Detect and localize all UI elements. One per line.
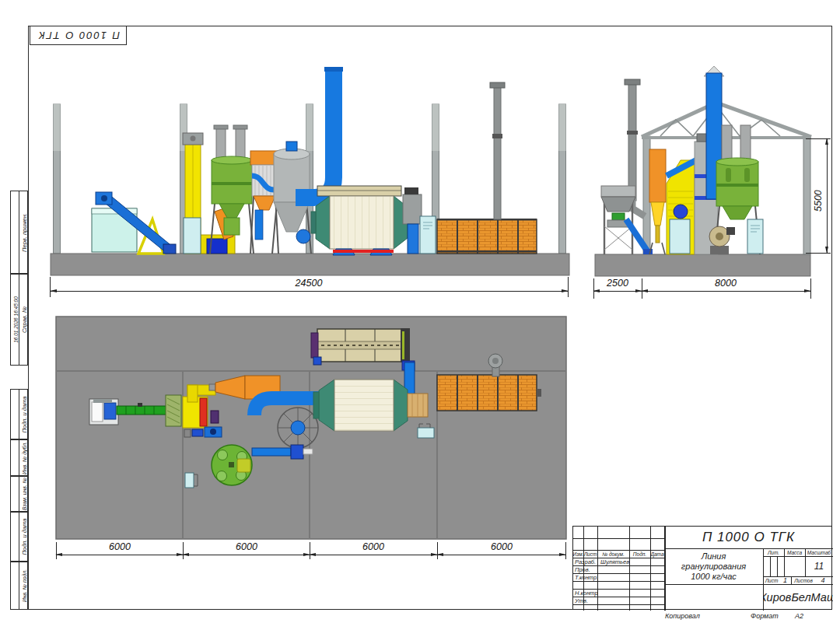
margin-label-timestamp: 16.01.2026 16:45:00 (12, 296, 18, 343)
tb-sheets-label: Листов (792, 576, 815, 584)
tb-row-utv: Утв. (573, 597, 597, 604)
tb-col-list: Лист (583, 550, 597, 558)
tb-doc-title-line1: Линия (702, 551, 726, 562)
margin-label-vzam-inv: Взам. инв. № (21, 478, 26, 510)
tb-row-prov: Пров. (573, 565, 597, 573)
tb-col-podp: Подп. (629, 550, 650, 558)
tb-scale-value: 11 (805, 556, 833, 576)
corner-stamp-designation: П 1000 О ТГК (37, 30, 120, 41)
title-block: Изм. Лист № докум. Подп. Дата Разраб. Шу… (572, 526, 832, 610)
margin-box-podp-data-top: Подп. и дата (10, 389, 28, 439)
tb-sheet-label: Лист (763, 576, 780, 584)
sheet-frame (28, 26, 832, 610)
tb-lit-label: Лит. (763, 548, 784, 556)
tb-row-razrab: Разраб. (573, 558, 597, 565)
margin-box-perv-primen: Перв. примен. (10, 191, 28, 274)
tb-row-nkontr: Н.контр. (573, 589, 597, 597)
tb-col-ndokum: № докум. (597, 550, 629, 558)
corner-stamp: П 1000 О ТГК (30, 26, 127, 45)
tb-doc-title-line3: 1000 кг/час (691, 572, 737, 582)
margin-label-perv-primen: Перв. примен. (20, 213, 27, 252)
tb-col-izm: Изм. (573, 550, 583, 558)
margin-box-vzam-inv: Взам. инв. № (10, 476, 28, 512)
tb-sheets-value: 4 (815, 576, 831, 584)
format-value: А2 (795, 612, 803, 620)
tb-company: КировБелМаш (763, 584, 833, 611)
tb-doc-title-line2: гранулирования (681, 562, 746, 572)
margin-label-podp-data-top: Подп. и дата (20, 396, 27, 432)
tb-col-data: Дата (650, 550, 664, 558)
margin-box-inv-podl: Инв. № подл. (10, 562, 28, 610)
margin-box-podp-data-bottom: Подп. и дата (10, 512, 28, 562)
drawing-sheet: 24500 2500 8000 5500 (0, 0, 840, 630)
margin-label-sprav-no: Справ. № (20, 306, 27, 333)
margin-label-inv-dubl: Инв. № дубл. (21, 442, 26, 474)
margin-box-inv-dubl: Инв. № дубл. (10, 439, 28, 476)
kopiroval-note: Копировал (665, 612, 700, 620)
tb-row-tkontr: Т.контр. (573, 573, 597, 581)
margin-box-sprav-no: Справ. № 16.01.2026 16:45:00 (10, 274, 28, 366)
tb-mass-label: Масса (784, 548, 805, 556)
margin-label-inv-podl: Инв. № подл. (21, 569, 26, 602)
format-label: Формат (751, 612, 779, 620)
tb-sheet-value: 1 (780, 576, 790, 584)
tb-scale-label: Масштаб (805, 548, 833, 556)
tb-razrab-name: Шулятьев (599, 558, 629, 565)
tb-designation: П 1000 О ТГК (664, 527, 833, 548)
margin-label-podp-data-bottom: Подп. и дата (20, 519, 27, 555)
tb-doc-title: Линия гранулирования 1000 кг/час (664, 550, 763, 583)
